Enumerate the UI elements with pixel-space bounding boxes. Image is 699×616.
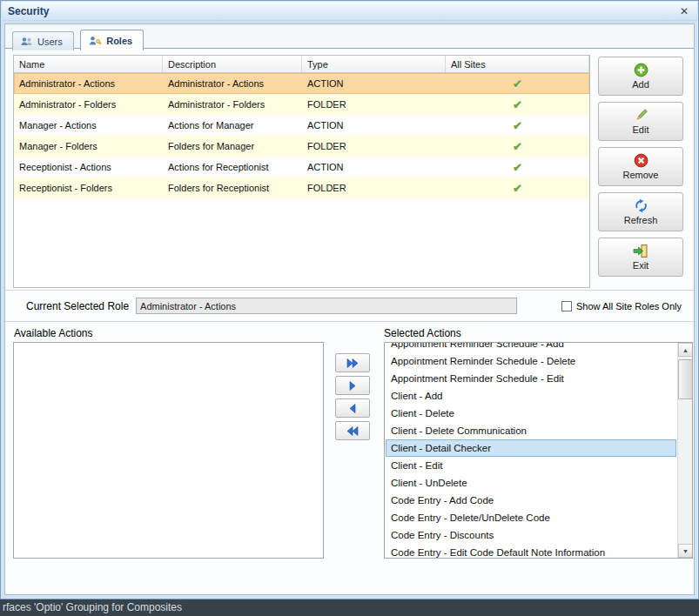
security-dialog: Security ✕ Users Roles (0, 0, 699, 599)
remove-button[interactable]: Remove (598, 147, 683, 186)
column-header-name[interactable]: Name (14, 56, 163, 72)
scroll-up-icon[interactable]: ▲ (678, 343, 693, 357)
table-cell: FOLDER (302, 183, 446, 193)
table-cell: Administrator - Actions (14, 78, 163, 89)
table-cell: ACTION (302, 162, 446, 172)
x-circle-icon (634, 153, 649, 168)
edit-button-label: Edit (633, 124, 649, 135)
check-icon: ✔ (513, 77, 522, 90)
table-cell: ACTION (302, 120, 446, 131)
tab-users-label: Users (37, 37, 63, 47)
table-cell-all-sites: ✔ (446, 140, 589, 153)
roles-table-body: Administrator - ActionsAdministrator - A… (14, 73, 589, 198)
exit-button[interactable]: Exit (598, 238, 683, 277)
selected-actions-label: Selected Actions (384, 327, 461, 339)
roles-icon (88, 36, 102, 46)
table-row[interactable]: Administrator - ActionsAdministrator - A… (14, 73, 589, 94)
background-window-text: rfaces 'Optio' Grouping for Composites (3, 601, 182, 613)
column-header-type[interactable]: Type (302, 56, 446, 72)
scrollbar[interactable]: ▲ ▼ (677, 343, 692, 558)
table-row[interactable]: Receptionist - ActionsActions for Recept… (14, 157, 589, 177)
table-cell: FOLDER (302, 141, 446, 151)
list-item[interactable]: Client - Add (386, 387, 676, 405)
list-item[interactable]: Appointment Reminder Schedule - Edit (386, 370, 676, 387)
current-role-label: Current Selected Role (26, 300, 129, 312)
window-title: Security (8, 5, 49, 17)
table-row[interactable]: Manager - FoldersFolders for ManagerFOLD… (14, 136, 589, 157)
roles-table-header-row: NameDescriptionTypeAll Sites (14, 56, 589, 73)
move-all-left-button[interactable] (335, 421, 370, 440)
table-cell-all-sites: ✔ (446, 98, 589, 111)
table-cell: Manager - Folders (14, 141, 163, 151)
add-button[interactable]: Add (598, 57, 683, 96)
list-item[interactable]: Client - Detail Checker (386, 439, 676, 457)
dialog-content: Users Roles NameDescriptionTypeAll Sites… (4, 23, 695, 595)
refresh-button[interactable]: Refresh (598, 192, 683, 231)
titlebar[interactable]: Security ✕ (2, 2, 697, 21)
tab-roles-label: Roles (106, 36, 132, 46)
list-item[interactable]: Client - UnDelete (386, 474, 676, 492)
list-item[interactable]: Appointment Reminder Schedule - Delete (386, 352, 676, 370)
list-item[interactable]: Client - Edit (386, 457, 676, 474)
plus-circle-icon (634, 63, 649, 77)
table-cell: Actions for Manager (163, 120, 302, 131)
tab-roles[interactable]: Roles (80, 30, 144, 50)
column-header-all-sites[interactable]: All Sites (446, 56, 589, 72)
edit-button[interactable]: Edit (598, 102, 683, 141)
current-role-input[interactable] (136, 298, 517, 314)
check-icon: ✔ (513, 161, 522, 174)
add-button-label: Add (632, 79, 649, 90)
list-item[interactable]: Code Entry - Delete/UnDelete Code (386, 509, 676, 526)
checkbox-box[interactable] (561, 301, 572, 311)
table-cell: ACTION (302, 78, 446, 89)
list-item[interactable]: Code Entry - Add Code (386, 492, 676, 509)
users-icon (20, 37, 33, 47)
list-item[interactable]: Code Entry - Discounts (386, 526, 676, 544)
list-item[interactable]: Code Entry - Edit Code Default Note Info… (386, 544, 676, 559)
table-cell-all-sites: ✔ (446, 119, 589, 132)
table-row[interactable]: Administrator - FoldersAdministrator - F… (14, 94, 589, 115)
show-all-site-roles-checkbox[interactable]: Show All Site Roles Only (561, 301, 682, 311)
checkbox-label: Show All Site Roles Only (576, 301, 682, 311)
left-icon (346, 403, 360, 414)
list-item[interactable]: Client - Delete Communication (386, 422, 676, 439)
close-icon[interactable]: ✕ (677, 4, 691, 18)
table-cell: Administrator - Folders (14, 99, 163, 110)
refresh-button-label: Refresh (624, 215, 658, 225)
check-icon: ✔ (513, 140, 522, 153)
list-item[interactable]: Appointment Reminder Schedule - Add (386, 342, 676, 352)
table-cell: Receptionist - Actions (14, 162, 163, 172)
table-row[interactable]: Manager - ActionsActions for ManagerACTI… (14, 115, 589, 136)
table-cell: Administrator - Folders (163, 99, 302, 110)
table-cell: Manager - Actions (14, 120, 163, 131)
table-cell-all-sites: ✔ (446, 77, 589, 90)
exit-button-label: Exit (633, 260, 649, 271)
scroll-down-icon[interactable]: ▼ (678, 544, 693, 558)
right-icon (346, 380, 360, 392)
list-item[interactable]: Client - Delete (386, 405, 676, 422)
selected-actions-items: Appointment Reminder Schedule - AddAppoi… (386, 342, 676, 559)
move-all-right-button[interactable] (335, 353, 370, 372)
available-actions-list[interactable] (13, 342, 324, 559)
scroll-thumb[interactable] (678, 359, 693, 399)
table-cell: FOLDER (302, 99, 446, 110)
tab-users[interactable]: Users (12, 31, 74, 50)
check-icon: ✔ (513, 119, 522, 132)
selected-actions-list[interactable]: Appointment Reminder Schedule - AddAppoi… (384, 342, 693, 559)
remove-button-label: Remove (623, 170, 659, 180)
table-cell: Folders for Manager (163, 141, 302, 151)
current-role-band: Current Selected Role Show All Site Role… (5, 290, 694, 322)
move-right-button[interactable] (335, 376, 370, 395)
table-cell-all-sites: ✔ (446, 182, 589, 195)
double-left-icon (346, 425, 360, 437)
available-actions-label: Available Actions (14, 327, 93, 339)
tabbar: Users Roles (5, 24, 694, 49)
table-cell: Receptionist - Folders (14, 183, 163, 193)
table-cell: Administrator - Actions (163, 78, 302, 89)
column-header-description[interactable]: Description (163, 56, 302, 72)
table-cell: Folders for Receptionist (163, 183, 302, 193)
double-right-icon (346, 358, 360, 369)
table-row[interactable]: Receptionist - FoldersFolders for Recept… (14, 177, 589, 198)
move-left-button[interactable] (335, 398, 370, 418)
check-icon: ✔ (513, 98, 522, 111)
